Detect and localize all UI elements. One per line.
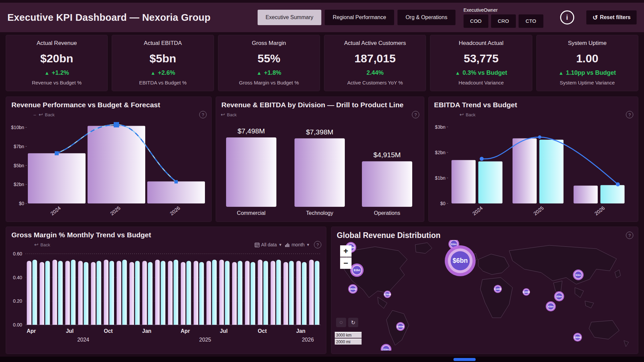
map-bubble[interactable]: $500M bbox=[348, 284, 358, 294]
svg-text:Commercial: Commercial bbox=[237, 210, 265, 216]
kpi-delta: ▲+2.6% bbox=[151, 69, 175, 76]
back-button[interactable]: ↩ Back bbox=[34, 242, 50, 248]
reset-filters-button[interactable]: ↺ Reset filters bbox=[586, 10, 637, 24]
world-map[interactable]: $750M$1bn$500M$250M$500M$1bn$1bn$6bn$140… bbox=[331, 240, 638, 351]
tab-regional-performance[interactable]: Regional Performance bbox=[325, 10, 394, 25]
svg-text:0.40: 0.40 bbox=[13, 275, 22, 280]
tab-org-operations[interactable]: Org & Operations bbox=[397, 10, 455, 25]
panel-title: Revenue Performance vs Budget & Forecast bbox=[6, 97, 211, 109]
svg-text:$7,398M: $7,398M bbox=[306, 128, 333, 136]
kpi-card-actual-ebitda: Actual EBITDA $5bn ▲+2.6% EBITDA vs Budg… bbox=[112, 35, 214, 91]
owner-filter-label: ExecutiveOwner bbox=[464, 7, 543, 13]
panel-title: Revenue & EBITDA by Division — Drill to … bbox=[216, 97, 424, 109]
ebitda-trend-chart[interactable]: $0$1bn$2bn$3bn202420252026 bbox=[429, 119, 637, 222]
panel-title: Gross Margin % Monthly Trend vs Budget bbox=[6, 227, 326, 239]
owner-filter-cto[interactable]: CTO bbox=[519, 14, 543, 28]
owner-filter-coo[interactable]: COO bbox=[464, 14, 488, 28]
map-bubble[interactable]: $1bn bbox=[573, 269, 584, 280]
kpi-card-actual-revenue: Actual Revenue $20bn ▲+1.2% Revenue vs B… bbox=[6, 35, 108, 91]
kpi-sublabel: Active Customers YoY % bbox=[347, 80, 403, 85]
map-bubble[interactable]: $1bn bbox=[350, 263, 364, 277]
revenue-performance-chart[interactable]: $0$2bn$5bn$7bn$10bn202420252026 bbox=[6, 119, 211, 222]
rotate-icon[interactable]: ↻ bbox=[348, 318, 358, 327]
panel-gross-margin: Gross Margin % Monthly Trend vs Budget ↩… bbox=[6, 227, 326, 354]
svg-text:$0: $0 bbox=[440, 201, 445, 206]
panel-ebitda-trend: EBITDA Trend vs Budget ↩ Back ? $0$1bn$2… bbox=[428, 97, 638, 222]
kpi-delta: ▲0.3% vs Budget bbox=[455, 69, 507, 76]
svg-text:Jan: Jan bbox=[142, 328, 152, 334]
info-icon[interactable]: i bbox=[560, 10, 574, 24]
svg-text:$1bn: $1bn bbox=[354, 268, 360, 272]
svg-text:2024: 2024 bbox=[77, 337, 89, 343]
help-icon[interactable]: ? bbox=[199, 111, 207, 118]
kpi-delta: 2.44% bbox=[367, 69, 384, 76]
kpi-value: 187,015 bbox=[355, 52, 396, 65]
horizontal-scrollbar[interactable] bbox=[0, 357, 644, 362]
zoom-in-button[interactable]: + bbox=[340, 245, 352, 257]
map-bubble[interactable]: $1bn bbox=[546, 301, 556, 311]
owner-filter: ExecutiveOwner COOCROCTO bbox=[464, 7, 543, 28]
svg-text:Jul: Jul bbox=[220, 328, 228, 334]
svg-text:2024: 2024 bbox=[49, 205, 62, 217]
back-button[interactable]: ↩ Back bbox=[39, 112, 54, 118]
owner-filter-cro[interactable]: CRO bbox=[491, 14, 516, 28]
panel-division: Revenue & EBITDA by Division — Drill to … bbox=[216, 97, 424, 222]
header: Executive KPI Dashboard — Nexoria Group … bbox=[0, 3, 644, 32]
kpi-title: System Uptime bbox=[568, 40, 606, 47]
help-icon[interactable]: ? bbox=[626, 232, 633, 239]
svg-text:Oct: Oct bbox=[258, 328, 267, 334]
map-bubble[interactable]: $500M bbox=[396, 322, 405, 331]
svg-text:2025: 2025 bbox=[199, 337, 211, 343]
zoom-out-button[interactable]: − bbox=[340, 257, 352, 269]
owner-filter-buttons: COOCROCTO bbox=[464, 14, 543, 28]
scrollbar-thumb[interactable] bbox=[453, 358, 476, 361]
triangle-up-icon: ▲ bbox=[455, 70, 460, 76]
back-arrow-icon: ↩ bbox=[221, 112, 225, 118]
page-tabs: Executive SummaryRegional PerformanceOrg… bbox=[258, 10, 455, 25]
back-arrow-icon: ↩ bbox=[39, 112, 43, 118]
back-arrow-icon: ↩ bbox=[460, 112, 464, 118]
svg-text:$1bn: $1bn bbox=[383, 348, 389, 351]
svg-text:$140M: $140M bbox=[494, 288, 501, 291]
reset-icon: ↺ bbox=[592, 14, 598, 21]
map-bubble[interactable]: $100M bbox=[523, 288, 530, 296]
kpi-sublabel: Headcount Variance bbox=[459, 80, 504, 85]
map-bubble[interactable]: $1bn bbox=[381, 344, 391, 351]
help-icon[interactable]: ? bbox=[412, 111, 419, 118]
kpi-row: Actual Revenue $20bn ▲+1.2% Revenue vs B… bbox=[6, 35, 638, 91]
map-bubble[interactable]: $250M bbox=[384, 291, 391, 298]
help-icon[interactable]: ? bbox=[314, 241, 321, 248]
gross-margin-chart[interactable]: 0.000.200.400.60AprJulOctJanAprJulOctJan… bbox=[6, 249, 325, 350]
svg-text:Oct: Oct bbox=[104, 328, 113, 334]
back-button[interactable]: ↩ Back bbox=[221, 112, 236, 118]
scale-km: 3000 km bbox=[335, 332, 362, 338]
kpi-sublabel: Revenue vs Budget % bbox=[32, 80, 82, 85]
kpi-value: 53,775 bbox=[464, 52, 498, 65]
svg-text:$4,915M: $4,915M bbox=[373, 151, 401, 159]
svg-text:2026: 2026 bbox=[593, 205, 606, 217]
map-bubble[interactable]: $1bn bbox=[554, 291, 564, 301]
division-chart[interactable]: $7,498MCommercial$7,398MTechnology$4,915… bbox=[216, 119, 423, 222]
kpi-card-headcount-actual: Headcount Actual 53,775 ▲0.3% vs Budget … bbox=[430, 35, 532, 91]
svg-text:$10bn: $10bn bbox=[11, 125, 24, 130]
chevron-down-icon: ▼ bbox=[306, 243, 310, 247]
kpi-sublabel: System Uptime Variance bbox=[560, 80, 615, 85]
calendar-icon bbox=[255, 242, 260, 247]
tab-executive-summary[interactable]: Executive Summary bbox=[258, 10, 321, 25]
date-range-dropdown[interactable]: All data ▼ bbox=[255, 242, 282, 247]
kpi-sublabel: Gross Margin vs Budget % bbox=[239, 80, 299, 85]
help-icon[interactable]: ? bbox=[626, 111, 633, 118]
triangle-up-icon: ▲ bbox=[558, 70, 564, 76]
lasso-select-icon[interactable]: ◌ bbox=[336, 318, 346, 327]
back-button[interactable]: ↩ Back bbox=[460, 112, 475, 118]
map-bubble[interactable]: $6bn bbox=[445, 245, 476, 276]
map-bubble[interactable]: $140M bbox=[494, 285, 502, 293]
svg-text:$1bn: $1bn bbox=[435, 175, 445, 181]
map-bubble[interactable]: $500M bbox=[573, 333, 582, 342]
kpi-title: Headcount Actual bbox=[459, 40, 503, 47]
svg-text:$7,498M: $7,498M bbox=[237, 127, 265, 135]
drill-collapse[interactable]: – bbox=[34, 112, 36, 117]
kpi-delta: ▲+1.8% bbox=[257, 69, 281, 76]
granularity-dropdown[interactable]: month ▼ bbox=[285, 242, 310, 247]
svg-text:Apr: Apr bbox=[26, 328, 36, 334]
